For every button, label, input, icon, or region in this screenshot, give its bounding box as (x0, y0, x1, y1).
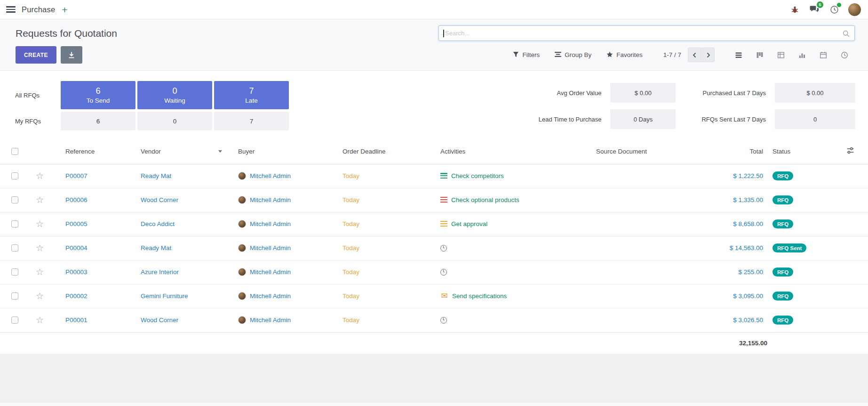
search-box[interactable] (438, 25, 855, 41)
row-vendor[interactable]: Ready Mat (141, 244, 171, 252)
favorites-label: Favorites (616, 51, 643, 58)
row-vendor[interactable]: Gemini Furniture (141, 292, 188, 300)
row-checkbox[interactable] (11, 268, 18, 276)
favorite-star-icon[interactable] (36, 171, 44, 181)
stat-label: Purchased Last 7 Days (676, 89, 775, 97)
favorite-star-icon[interactable] (36, 267, 44, 277)
tile-to-send[interactable]: 6 To Send (61, 81, 135, 109)
app-name[interactable]: Purchase (22, 5, 55, 14)
row-reference[interactable]: P00003 (65, 268, 88, 276)
row-activity-label[interactable]: Check optional products (451, 196, 519, 203)
pager-next-button[interactable] (701, 48, 715, 62)
column-header-buyer[interactable]: Buyer (233, 139, 338, 164)
activity-clock-icon[interactable] (440, 245, 447, 252)
column-header-reference[interactable]: Reference (49, 139, 136, 164)
table-row[interactable]: P00005 Deco Addict Mitchell Admin Today … (0, 212, 868, 236)
column-header-activities[interactable]: Activities (436, 139, 591, 164)
row-buyer-name[interactable]: Mitchell Admin (250, 292, 291, 300)
bottom-strip (0, 403, 868, 406)
row-vendor[interactable]: Wood Corner (141, 196, 178, 203)
favorite-star-icon[interactable] (36, 315, 44, 325)
messages-icon[interactable]: 5 (809, 4, 820, 15)
row-reference[interactable]: P00005 (65, 220, 88, 227)
my-waiting-count[interactable]: 0 (137, 112, 212, 130)
table-row[interactable]: P00007 Ready Mat Mitchell Admin Today Ch… (0, 164, 868, 188)
tile-count: 0 (172, 86, 177, 97)
search-icon[interactable] (843, 30, 850, 39)
row-reference[interactable]: P00007 (65, 172, 88, 179)
graph-view-icon[interactable] (791, 48, 812, 62)
my-to-send-count[interactable]: 6 (61, 112, 135, 130)
select-all-checkbox[interactable] (11, 148, 18, 155)
row-vendor[interactable]: Azure Interior (141, 268, 179, 276)
row-checkbox[interactable] (11, 292, 18, 300)
pivot-view-icon[interactable] (770, 48, 791, 62)
my-late-count[interactable]: 7 (214, 112, 289, 130)
row-reference[interactable]: P00002 (65, 292, 88, 300)
row-checkbox[interactable] (11, 317, 18, 324)
activity-list-icon[interactable] (440, 173, 447, 179)
activity-list-icon[interactable] (440, 221, 447, 227)
row-activity-label[interactable]: Check competitors (451, 172, 504, 179)
row-buyer-name[interactable]: Mitchell Admin (250, 196, 291, 203)
row-buyer-name[interactable]: Mitchell Admin (250, 268, 291, 276)
column-header-order-deadline[interactable]: Order Deadline (338, 139, 436, 164)
row-checkbox[interactable] (11, 220, 18, 227)
row-activity-label[interactable]: Get approval (451, 220, 487, 227)
kanban-view-icon[interactable] (749, 48, 770, 62)
plus-icon[interactable] (62, 4, 67, 15)
tile-waiting[interactable]: 0 Waiting (137, 81, 212, 109)
favorite-star-icon[interactable] (36, 195, 44, 205)
row-source-document (591, 260, 700, 284)
table-row[interactable]: P00004 Ready Mat Mitchell Admin Today $ … (0, 236, 868, 260)
column-header-vendor[interactable]: Vendor (136, 139, 233, 164)
row-buyer-name[interactable]: Mitchell Admin (250, 244, 291, 252)
apps-menu-icon[interactable] (6, 6, 16, 13)
table-row[interactable]: P00001 Wood Corner Mitchell Admin Today … (0, 308, 868, 332)
row-checkbox[interactable] (11, 172, 18, 179)
create-button[interactable]: CREATE (16, 46, 56, 64)
pager-previous-button[interactable] (688, 48, 701, 62)
debug-bug-icon[interactable] (789, 4, 800, 15)
row-reference[interactable]: P00004 (65, 244, 88, 252)
activity-clock-icon[interactable] (440, 317, 447, 324)
row-checkbox[interactable] (11, 196, 18, 203)
lead-time-to-purchase: 0 Days (610, 109, 676, 129)
tile-late[interactable]: 7 Late (214, 81, 289, 109)
row-reference[interactable]: P00006 (65, 196, 88, 203)
column-header-total[interactable]: Total (700, 139, 768, 164)
row-buyer-name[interactable]: Mitchell Admin (250, 220, 291, 227)
column-header-status[interactable]: Status (768, 139, 833, 164)
row-vendor[interactable]: Wood Corner (141, 317, 178, 324)
column-header-source-document[interactable]: Source Document (591, 139, 700, 164)
row-activity-label[interactable]: Send specifications (452, 292, 507, 300)
search-input[interactable] (439, 26, 854, 41)
favorite-star-icon[interactable] (36, 219, 44, 229)
optional-columns-icon[interactable] (846, 149, 854, 156)
list-view-icon[interactable] (728, 48, 749, 62)
favorite-star-icon[interactable] (36, 291, 44, 301)
activity-envelope-icon[interactable] (440, 292, 448, 300)
user-avatar[interactable] (848, 3, 861, 16)
row-checkbox[interactable] (11, 244, 18, 252)
table-row[interactable]: P00003 Azure Interior Mitchell Admin Tod… (0, 260, 868, 284)
table-row[interactable]: P00006 Wood Corner Mitchell Admin Today … (0, 188, 868, 212)
table-row[interactable]: P00002 Gemini Furniture Mitchell Admin T… (0, 284, 868, 308)
calendar-view-icon[interactable] (812, 48, 834, 62)
activity-list-icon[interactable] (440, 197, 447, 203)
row-buyer-name[interactable]: Mitchell Admin (250, 172, 291, 179)
activities-clock-icon[interactable] (828, 4, 840, 15)
row-vendor[interactable]: Deco Addict (141, 220, 175, 227)
row-source-document (591, 164, 700, 188)
activity-view-clock-icon[interactable] (834, 48, 855, 62)
favorites-button[interactable]: Favorites (605, 49, 644, 61)
export-download-button[interactable] (61, 46, 82, 64)
group-by-button[interactable]: Group By (554, 49, 592, 61)
row-reference[interactable]: P00001 (65, 317, 88, 324)
favorite-star-icon[interactable] (36, 243, 44, 253)
row-buyer-name[interactable]: Mitchell Admin (250, 317, 291, 324)
row-deadline: Today (342, 268, 359, 276)
filters-button[interactable]: Filters (512, 49, 541, 61)
row-vendor[interactable]: Ready Mat (141, 172, 171, 179)
activity-clock-icon[interactable] (440, 269, 447, 276)
